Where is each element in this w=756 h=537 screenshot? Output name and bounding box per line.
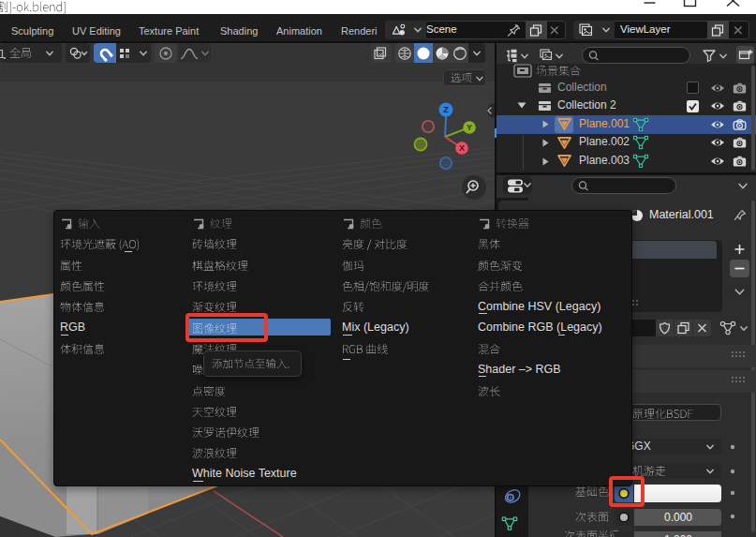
svg-text:Z: Z [443, 105, 449, 114]
svg-text:Y: Y [467, 123, 472, 132]
svg-text:X: X [459, 143, 465, 153]
